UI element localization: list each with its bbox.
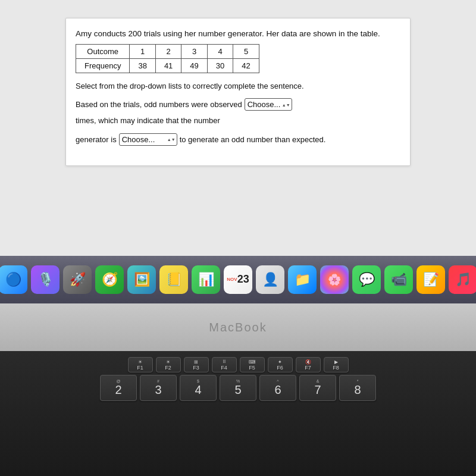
key-6-symbol: ^ <box>277 379 278 383</box>
table-cell-frequency-label: Frequency <box>76 59 130 73</box>
key-8-label: 8 <box>354 383 361 397</box>
sentence-part3: generator is <box>76 133 117 146</box>
key-f4-label: F4 <box>221 365 227 371</box>
key-4-label: 4 <box>195 383 201 397</box>
laptop-screen: Amy conducts 200 trials using her number… <box>0 0 476 256</box>
key-f8[interactable]: ▶ F8 <box>324 357 349 372</box>
key-7-label: 7 <box>314 383 321 397</box>
table-cell-freq-1: 38 <box>130 59 155 73</box>
key-f5[interactable]: ⌨ F5 <box>240 357 265 372</box>
keyboard-fn-row: ☀ F1 ☀ F2 ⊞ F3 ⠿ F4 ⌨ F5 ✦ F6 🔇 F7 ▶ F8 <box>128 357 349 372</box>
key-f7-symbol: 🔇 <box>305 359 311 365</box>
key-f2-label: F2 <box>165 365 171 371</box>
dock-item-finder[interactable]: 🔵 <box>0 265 27 294</box>
table-header-outcome: Outcome <box>76 45 130 59</box>
sentence-part2: times, which may indicate that the numbe… <box>76 114 220 127</box>
instruction-text: Select from the drop-down lists to corre… <box>76 82 400 90</box>
key-f6-label: F6 <box>277 365 283 371</box>
dock-item-launchpad[interactable]: 🚀 <box>63 265 92 294</box>
intro-text: Amy conducts 200 trials using her number… <box>76 29 400 38</box>
macbook-label: MacBook <box>209 321 267 334</box>
key-3-symbol: # <box>157 379 159 383</box>
table-cell-freq-3: 49 <box>181 59 207 73</box>
dock-item-siri[interactable]: 🎙️ <box>31 265 60 294</box>
sentence-line-2: generator is Choose... more likely less … <box>76 133 400 146</box>
sentence-line-1: Based on the trials, odd numbers were ob… <box>76 98 400 128</box>
dock: 🔵 🎙️ 🚀 🧭 🖼️ 📒 📊 NOV 23 👤 📁 🌸 💬 📹 📝 🎵 <box>0 256 476 303</box>
dock-item-stickies[interactable]: 📝 <box>416 265 445 294</box>
table-cell-freq-5: 42 <box>233 59 259 73</box>
dock-item-numbers[interactable]: 📊 <box>192 265 220 294</box>
key-8-symbol: * <box>357 379 359 383</box>
key-5-symbol: % <box>236 379 240 383</box>
key-f2[interactable]: ☀ F2 <box>156 357 181 372</box>
key-f7-label: F7 <box>305 365 311 371</box>
key-f1-label: F1 <box>137 365 143 371</box>
table-cell-freq-2: 41 <box>155 59 181 73</box>
sentence-part4: to generate an odd number than expected. <box>180 133 326 146</box>
key-f3[interactable]: ⊞ F3 <box>184 357 209 372</box>
dock-item-notes[interactable]: 📒 <box>159 265 188 294</box>
dock-item-files[interactable]: 📁 <box>288 265 317 294</box>
table-header-2: 2 <box>155 45 181 59</box>
dropdown2-select[interactable]: Choose... more likely less likely equall… <box>119 133 177 146</box>
dropdown1-wrapper[interactable]: Choose... 119 120 127 128 <box>245 98 292 111</box>
key-6-label: 6 <box>274 383 281 397</box>
dock-item-safari[interactable]: 🧭 <box>95 265 124 294</box>
dropdown1-select[interactable]: Choose... 119 120 127 128 <box>245 98 292 111</box>
dock-item-music[interactable]: 🎵 <box>449 265 476 294</box>
dock-item-messages[interactable]: 💬 <box>352 265 381 294</box>
dock-item-photoslibrary[interactable]: 🌸 <box>320 265 349 294</box>
key-f2-symbol: ☀ <box>166 359 170 365</box>
key-2-symbol: @ <box>116 379 120 383</box>
table-header-1: 1 <box>130 45 155 59</box>
macbook-body: MacBook <box>0 303 476 351</box>
key-f8-symbol: ▶ <box>334 359 338 365</box>
key-f6-symbol: ✦ <box>278 359 282 365</box>
dropdown2-wrapper[interactable]: Choose... more likely less likely equall… <box>119 133 177 146</box>
key-2[interactable]: @ 2 <box>100 375 137 401</box>
content-box: Amy conducts 200 trials using her number… <box>65 18 411 166</box>
key-8[interactable]: * 8 <box>339 375 376 401</box>
key-5-label: 5 <box>234 383 241 397</box>
keyboard: ☀ F1 ☀ F2 ⊞ F3 ⠿ F4 ⌨ F5 ✦ F6 🔇 F7 ▶ F8 <box>0 351 476 476</box>
dock-item-calendar[interactable]: NOV 23 <box>224 265 252 294</box>
key-f3-label: F3 <box>193 365 199 371</box>
key-4-symbol: $ <box>197 379 199 383</box>
key-5[interactable]: % 5 <box>220 375 256 401</box>
key-3[interactable]: # 3 <box>140 375 177 401</box>
key-6[interactable]: ^ 6 <box>259 375 296 401</box>
key-4[interactable]: $ 4 <box>180 375 217 401</box>
key-f5-label: F5 <box>249 365 255 371</box>
key-f4[interactable]: ⠿ F4 <box>212 357 237 372</box>
key-f1[interactable]: ☀ F1 <box>128 357 153 372</box>
sentence-part1: Based on the trials, odd numbers were ob… <box>76 98 242 111</box>
table-header-5: 5 <box>233 45 259 59</box>
data-table: Outcome 1 2 3 4 5 Frequency 38 41 49 30 … <box>76 44 259 73</box>
dock-item-photos[interactable]: 🖼️ <box>127 265 156 294</box>
table-cell-freq-4: 30 <box>207 59 233 73</box>
key-f8-label: F8 <box>333 365 339 371</box>
table-header-4: 4 <box>207 45 233 59</box>
key-f1-symbol: ☀ <box>138 359 142 365</box>
key-7[interactable]: & 7 <box>299 375 336 401</box>
dock-item-facetime[interactable]: 📹 <box>384 265 413 294</box>
key-f6[interactable]: ✦ F6 <box>268 357 293 372</box>
key-f4-symbol: ⠿ <box>223 359 226 365</box>
key-f7[interactable]: 🔇 F7 <box>296 357 321 372</box>
key-3-label: 3 <box>155 383 161 397</box>
key-7-symbol: & <box>317 379 320 383</box>
key-f5-symbol: ⌨ <box>249 359 256 365</box>
key-f3-symbol: ⊞ <box>194 359 198 365</box>
table-header-3: 3 <box>181 45 207 59</box>
keyboard-num-row: @ 2 # 3 $ 4 % 5 ^ 6 & 7 * 8 <box>100 375 376 401</box>
key-2-label: 2 <box>115 383 121 397</box>
dock-item-contacts[interactable]: 👤 <box>256 265 284 294</box>
